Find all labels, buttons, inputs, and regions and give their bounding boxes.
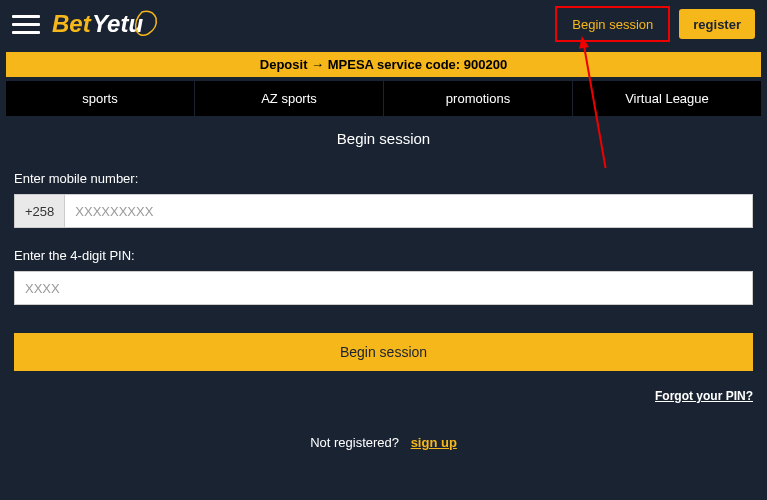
nav-virtual-league[interactable]: Virtual League (573, 81, 761, 116)
submit-login-button[interactable]: Begin session (14, 333, 753, 371)
main-nav: sports AZ sports promotions Virtual Leag… (6, 81, 761, 116)
phone-row: +258 (14, 194, 753, 228)
deposit-banner: Deposit → MPESA service code: 900200 (6, 52, 761, 77)
nav-az-sports[interactable]: AZ sports (195, 81, 384, 116)
phone-prefix: +258 (14, 194, 64, 228)
pin-label: Enter the 4-digit PIN: (14, 248, 753, 263)
not-registered-label: Not registered? (310, 435, 399, 450)
mobile-input[interactable] (64, 194, 753, 228)
top-bar: Bet Yetu Begin session register (0, 0, 767, 48)
forgot-pin-row: Forgot your PIN? (14, 389, 753, 403)
login-form: Enter mobile number: +258 Enter the 4-di… (0, 161, 767, 450)
mobile-label: Enter mobile number: (14, 171, 753, 186)
logo[interactable]: Bet Yetu (52, 4, 162, 44)
register-button[interactable]: register (679, 9, 755, 39)
logo-text-bet: Bet (52, 10, 92, 37)
pin-input[interactable] (14, 271, 753, 305)
nav-sports[interactable]: sports (6, 81, 195, 116)
nav-promotions[interactable]: promotions (384, 81, 573, 116)
login-button[interactable]: Begin session (558, 9, 667, 39)
menu-icon[interactable] (12, 10, 40, 38)
signup-row: Not registered? sign up (14, 435, 753, 450)
page-title: Begin session (0, 116, 767, 161)
signup-link[interactable]: sign up (411, 435, 457, 450)
forgot-pin-link[interactable]: Forgot your PIN? (655, 389, 753, 403)
